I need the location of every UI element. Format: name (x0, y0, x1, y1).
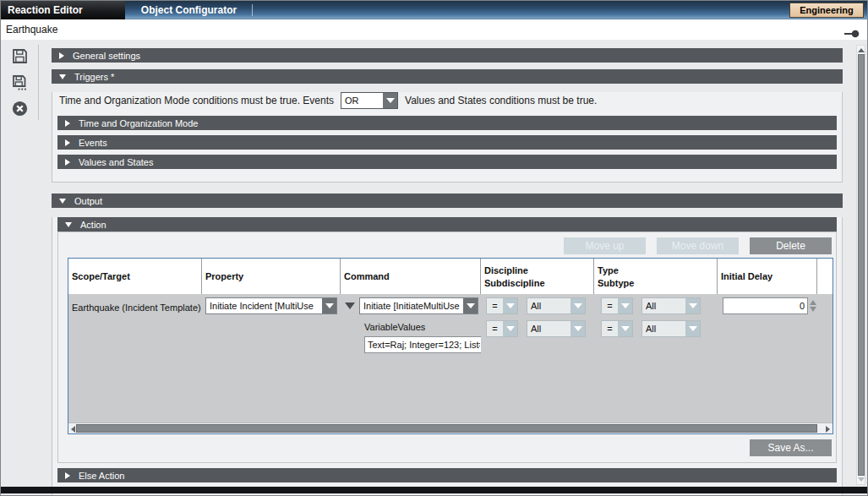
section-else-action-label: Else Action (79, 471, 124, 481)
titlebar: Reaction Editor Object Configurator Engi… (1, 1, 867, 19)
scroll-left-icon[interactable] (71, 426, 75, 433)
command-expander-icon[interactable] (345, 303, 355, 309)
sub-discipline-operator-dropdown[interactable]: = (486, 320, 518, 337)
scroll-up-icon[interactable] (858, 48, 865, 52)
delete-button[interactable]: Delete (750, 237, 832, 254)
command-dropdown[interactable]: Initiate [InitiateMultiUse (359, 297, 478, 314)
chevron-down-icon (65, 222, 72, 227)
save-as-button[interactable]: Save As... (750, 439, 832, 456)
dropdown-arrow-icon[interactable] (570, 321, 585, 336)
sub-discipline-dropdown[interactable]: All (527, 320, 586, 337)
discipline-dropdown[interactable]: All (527, 297, 586, 314)
sub-type-operator-dropdown[interactable]: = (601, 320, 633, 337)
section-values-and-states[interactable]: Values and States (57, 155, 837, 169)
dropdown-arrow-icon[interactable] (618, 321, 632, 336)
variable-values-label: VariableValues (364, 322, 481, 332)
spinner-up-icon[interactable] (810, 300, 816, 305)
tab-object-configurator[interactable]: Object Configurator (126, 1, 252, 19)
vertical-scrollbar-thumb[interactable] (858, 54, 865, 476)
initial-delay-input[interactable] (723, 297, 808, 314)
app-window: Reaction Editor Object Configurator Engi… (0, 0, 868, 496)
chevron-down-icon (59, 199, 66, 204)
save-as-row: Save As... (58, 439, 832, 456)
action-table: Scope/Target Property Command Discipline… (68, 258, 833, 434)
dropdown-arrow-icon[interactable] (570, 298, 585, 313)
object-header-row: Earthquake (1, 19, 867, 40)
left-toolbar (1, 47, 38, 126)
section-events[interactable]: Events (57, 135, 837, 150)
bottom-bar (1, 487, 867, 493)
column-header-initial-delay: Initial Delay (718, 259, 817, 294)
column-header-type: Type Subtype (594, 259, 718, 294)
dropdown-arrow-icon[interactable] (503, 321, 517, 336)
column-header-discipline: Discipline Subdiscipline (481, 259, 594, 294)
close-icon (11, 100, 29, 117)
column-header-scope-target: Scope/Target (68, 259, 202, 294)
toolbar-separator (38, 45, 39, 120)
column-header-property: Property (202, 259, 341, 294)
move-up-button[interactable]: Move up (564, 237, 646, 254)
chevron-right-icon (65, 159, 70, 166)
save-as-icon (11, 74, 29, 91)
dropdown-arrow-icon[interactable] (383, 93, 397, 108)
close-button[interactable] (11, 100, 29, 117)
command-value: Initiate [InitiateMultiUse (360, 298, 463, 313)
triggers-panel: Time and Organization Mode conditions mu… (52, 92, 843, 183)
sub-type-dropdown[interactable]: All (641, 320, 701, 337)
tab-separator (252, 4, 253, 16)
dropdown-arrow-icon[interactable] (685, 321, 700, 336)
move-down-button[interactable]: Move down (657, 237, 739, 254)
type-cell: = All = (594, 294, 718, 422)
action-table-header: Scope/Target Property Command Discipline… (68, 259, 833, 294)
action-panel: Move up Move down Delete Scope/Target Pr… (57, 232, 837, 463)
scroll-down-icon[interactable] (858, 477, 865, 482)
section-time-organization-mode[interactable]: Time and Organization Mode (57, 116, 837, 130)
property-value: Initiate Incident [MultiUse (206, 298, 322, 313)
tab-reaction-editor-label: Reaction Editor (8, 4, 83, 16)
engineering-mode-button[interactable]: Engineering (789, 3, 864, 18)
vertical-scrollbar[interactable] (856, 45, 865, 485)
action-table-row[interactable]: Earthquake (Incident Template) Initiate … (68, 294, 833, 422)
column-header-command: Command (341, 259, 481, 294)
condition-text-after: Values and States conditions must be tru… (405, 95, 597, 106)
dropdown-arrow-icon[interactable] (618, 298, 632, 313)
dropdown-arrow-icon[interactable] (503, 298, 517, 313)
section-else-action[interactable]: Else Action (57, 468, 837, 482)
pin-icon[interactable] (844, 26, 860, 35)
chevron-right-icon (65, 120, 70, 127)
horizontal-scrollbar-thumb[interactable] (76, 424, 817, 433)
property-dropdown[interactable]: Initiate Incident [MultiUse (205, 297, 337, 314)
trigger-condition-row: Time and Organization Mode conditions mu… (59, 92, 835, 109)
scroll-right-icon[interactable] (826, 426, 830, 433)
dropdown-arrow-icon[interactable] (685, 298, 700, 313)
empty-cell (817, 294, 834, 422)
save-as-button[interactable] (11, 74, 29, 91)
initial-delay-spinner[interactable] (810, 300, 816, 312)
chevron-right-icon (65, 139, 70, 146)
section-general-settings[interactable]: General settings (52, 48, 843, 63)
events-operator-dropdown[interactable]: OR (341, 92, 398, 109)
section-time-organization-mode-label: Time and Organization Mode (79, 118, 198, 128)
dropdown-arrow-icon[interactable] (322, 298, 336, 313)
section-action[interactable]: Action (57, 217, 837, 232)
variable-values-input[interactable] (364, 336, 481, 353)
section-values-and-states-label: Values and States (79, 157, 153, 167)
output-panel: Action Move up Move down Delete Scope/Ta… (52, 217, 843, 496)
command-cell: Initiate [InitiateMultiUse VariableValue… (341, 294, 481, 422)
tab-reaction-editor[interactable]: Reaction Editor (1, 1, 125, 19)
type-dropdown[interactable]: All (641, 297, 701, 314)
table-horizontal-scrollbar[interactable] (68, 422, 833, 433)
section-output[interactable]: Output (52, 193, 843, 208)
section-triggers[interactable]: Triggers * (52, 69, 843, 84)
section-action-label: Action (80, 220, 106, 230)
discipline-operator-dropdown[interactable]: = (486, 297, 518, 314)
type-operator-dropdown[interactable]: = (601, 297, 633, 314)
column-header-empty (817, 259, 834, 294)
dropdown-arrow-icon[interactable] (463, 298, 478, 313)
save-icon (11, 47, 29, 65)
chevron-right-icon (59, 52, 64, 59)
save-button[interactable] (11, 47, 29, 65)
events-operator-value: OR (341, 93, 383, 108)
spinner-down-icon[interactable] (810, 307, 816, 312)
action-buttons-row: Move up Move down Delete (58, 237, 832, 254)
